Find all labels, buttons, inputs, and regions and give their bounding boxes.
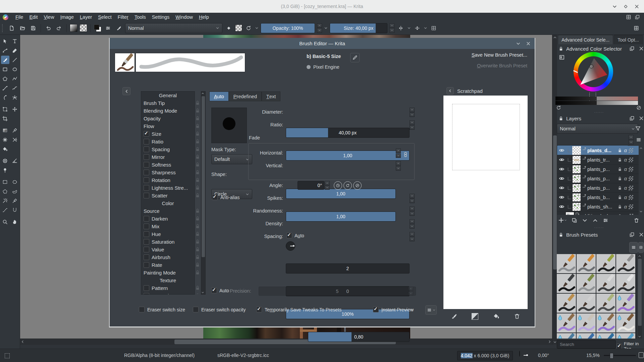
brush-preset-cell[interactable]	[557, 294, 576, 313]
option-strength[interactable]: Strength	[141, 292, 195, 295]
magnetic-select-tool[interactable]	[11, 206, 19, 214]
compass-icon[interactable]	[353, 181, 362, 190]
ratio-spinner[interactable]	[410, 120, 415, 130]
scratchpad-fill-gradient-icon[interactable]	[472, 313, 478, 320]
option-ratio[interactable]: Ratio	[141, 138, 195, 145]
layer-lock-icon[interactable]	[618, 186, 622, 190]
brush-preset-cell[interactable]	[596, 274, 615, 293]
brush-preset-cell[interactable]	[577, 313, 596, 333]
option-checkbox[interactable]	[144, 247, 149, 252]
workspace-chooser-button[interactable]	[632, 24, 641, 33]
option-source[interactable]: Source	[141, 207, 195, 215]
tab-text[interactable]: Text	[262, 92, 280, 101]
new-document-button[interactable]	[7, 24, 16, 33]
brush-preset-cell[interactable]	[577, 274, 596, 293]
float-docker-icon[interactable]	[629, 116, 635, 121]
add-layer-button[interactable]	[558, 217, 567, 223]
diameter-slider[interactable]: 40,00 px	[286, 128, 410, 138]
layer-alpha-icon[interactable]: α	[624, 194, 627, 200]
fg-bg-colors[interactable]	[94, 24, 102, 32]
options-scrollbar[interactable]	[201, 91, 206, 295]
measure-tool[interactable]	[11, 157, 19, 165]
shade-strip-2[interactable]	[555, 101, 638, 105]
option-texture[interactable]: Texture	[141, 277, 195, 284]
menu-layer[interactable]: Layer	[77, 13, 95, 21]
precision-auto-checkbox[interactable]	[211, 288, 217, 293]
layer-list[interactable]: plants_d...αplants_tr...αplants_p...αpla…	[557, 146, 639, 215]
precision-auto-row[interactable]: Auto	[211, 288, 229, 293]
brush-preset-grid[interactable]	[557, 254, 637, 339]
layer-visibility-icon[interactable]	[559, 204, 565, 209]
text-tool[interactable]	[11, 37, 19, 45]
layer-alpha-icon[interactable]: α	[624, 176, 627, 181]
float-docker-icon[interactable]	[629, 46, 635, 51]
move-tool[interactable]	[11, 105, 19, 113]
precision-field[interactable]: 5	[259, 287, 416, 296]
pattern-chooser[interactable]	[79, 24, 87, 32]
layer-alpha-icon[interactable]: α	[624, 166, 627, 172]
ellipse-tool[interactable]	[11, 65, 19, 73]
scratchpad-canvas[interactable]	[443, 96, 528, 309]
layer-alpha-channel-icon[interactable]	[629, 186, 633, 190]
tab-auto[interactable]: Auto	[209, 92, 229, 101]
eraser-switch-opacity-checkbox[interactable]	[193, 307, 199, 312]
option-hue[interactable]: Hue	[141, 230, 195, 238]
edit-brush-settings-button[interactable]	[114, 24, 123, 33]
crop-tool[interactable]	[1, 114, 9, 123]
option-checkbox[interactable]	[144, 170, 149, 175]
chevron-down-icon[interactable]	[424, 26, 427, 30]
preset-view-mode-button[interactable]	[638, 242, 644, 253]
canvas-rotation-dial[interactable]	[519, 351, 520, 357]
layer-alpha-icon[interactable]: α	[624, 204, 627, 209]
edit-shapes-tool[interactable]	[1, 46, 9, 55]
docker-splitter[interactable]: ......	[594, 225, 604, 229]
layer-alpha-icon[interactable]: α	[624, 213, 627, 215]
brush-preset-cell[interactable]	[616, 313, 635, 333]
rotate-icon[interactable]	[343, 181, 352, 190]
option-rate[interactable]: Rate	[141, 261, 195, 269]
vertical-spinner[interactable]	[396, 161, 401, 171]
brush-preset-cell[interactable]	[557, 274, 576, 293]
layer-lock-icon[interactable]	[618, 167, 622, 172]
option-blending-mode[interactable]: Blending Mode	[141, 107, 195, 115]
duplicate-layer-button[interactable]	[572, 218, 577, 223]
menu-file[interactable]: File	[12, 13, 26, 21]
freehand-path-tool[interactable]	[11, 84, 19, 92]
zoom-slider[interactable]	[604, 355, 636, 356]
preset-display-burger-button[interactable]	[629, 242, 638, 253]
gradient-chooser[interactable]	[70, 24, 77, 32]
close-docker-icon[interactable]	[639, 232, 644, 237]
brush-preset-cell[interactable]	[616, 274, 635, 293]
color-sampler-tool[interactable]	[11, 126, 19, 134]
layer-row[interactable]: plants_p...α	[557, 183, 639, 193]
zoom-tool[interactable]	[1, 218, 9, 226]
colorize-mask-tool[interactable]	[11, 135, 19, 144]
vscroll-thumb[interactable]	[553, 135, 557, 269]
option-checkbox[interactable]	[144, 224, 149, 229]
rectangle-tool[interactable]	[1, 65, 9, 73]
chevron-down-icon[interactable]	[255, 26, 259, 30]
layer-row[interactable]: plants_sh...α	[557, 202, 639, 212]
layer-alpha-channel-icon[interactable]	[629, 176, 633, 181]
bezier-curve-tool[interactable]	[1, 84, 9, 92]
docker-lock-icon[interactable]	[558, 232, 564, 237]
layer-visibility-icon[interactable]	[559, 194, 565, 200]
calligraphy-tool[interactable]	[11, 46, 19, 55]
delete-layer-button[interactable]	[634, 218, 639, 223]
brush-preset-cell[interactable]	[616, 333, 635, 339]
option-size[interactable]: Size	[141, 130, 195, 138]
brush-preset-cell[interactable]	[616, 254, 635, 273]
move-layer-down-button[interactable]	[582, 218, 588, 223]
save-tweaks-row[interactable]: Temporarily Save Tweaks To Presets	[256, 307, 341, 312]
similar-color-select-tool[interactable]	[11, 196, 19, 205]
option-mix[interactable]: Mix	[141, 223, 195, 230]
layer-lock-icon[interactable]	[618, 158, 622, 162]
contiguous-select-tool[interactable]	[1, 196, 9, 205]
layer-alpha-channel-icon[interactable]	[629, 158, 633, 162]
layer-alpha-channel-icon[interactable]	[629, 195, 633, 200]
layer-visibility-icon[interactable]	[559, 157, 565, 163]
option-checkbox[interactable]	[144, 139, 149, 144]
brush-preset-cell[interactable]	[596, 313, 615, 333]
vertical-fade-slider[interactable]: 1,00	[286, 212, 396, 222]
redo-button[interactable]	[55, 24, 63, 33]
